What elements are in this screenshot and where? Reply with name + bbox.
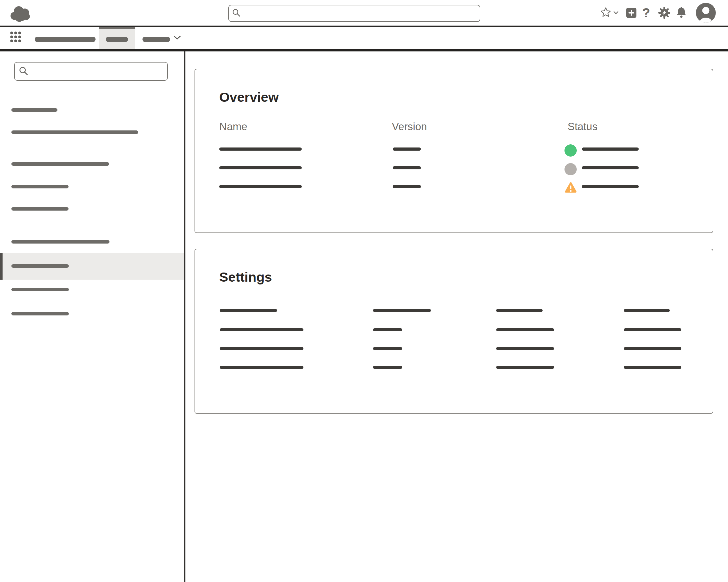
overview-card: Overview Name Version Status xyxy=(194,69,713,233)
settings-column-header-bar xyxy=(373,309,431,312)
sidebar-item-bar[interactable] xyxy=(11,312,69,315)
sidebar-item-bar[interactable] xyxy=(11,288,69,291)
app-screen: ? xyxy=(0,0,728,582)
name-value-bar xyxy=(219,147,302,150)
sidebar-item-bar[interactable] xyxy=(11,264,69,268)
version-value-bar xyxy=(393,185,421,188)
table-row xyxy=(195,143,713,158)
sidebar xyxy=(0,51,184,582)
table-row xyxy=(195,180,713,195)
help-icon[interactable]: ? xyxy=(642,5,650,21)
sidebar-active-accent xyxy=(0,253,3,280)
settings-value-bar xyxy=(373,347,402,350)
settings-value-bar xyxy=(624,366,681,369)
column-header-name: Name xyxy=(219,120,248,133)
name-value-bar xyxy=(219,185,302,188)
global-search-input[interactable] xyxy=(228,5,480,22)
avatar-icon[interactable] xyxy=(696,3,716,24)
settings-value-bar xyxy=(624,347,681,350)
status-value-bar xyxy=(582,147,639,150)
version-value-bar xyxy=(393,147,421,150)
settings-value-bar xyxy=(220,328,304,331)
status-neutral-icon xyxy=(565,163,577,176)
search-icon xyxy=(232,8,240,18)
setup-gear-icon[interactable] xyxy=(658,6,671,20)
favorites-chevron-down-icon[interactable] xyxy=(614,11,619,15)
settings-card: Settings xyxy=(194,249,713,414)
status-dot xyxy=(565,163,577,175)
add-icon[interactable] xyxy=(626,8,636,19)
status-dot xyxy=(565,144,577,157)
settings-value-bar xyxy=(496,366,554,369)
sidebar-nav-list xyxy=(0,0,184,582)
sidebar-item-bar[interactable] xyxy=(11,185,69,188)
settings-value-bar xyxy=(220,366,304,369)
settings-column-header-bar xyxy=(220,309,277,312)
status-warning-icon xyxy=(565,182,577,194)
settings-column-header-bar xyxy=(496,309,543,312)
overview-card-title: Overview xyxy=(219,89,279,105)
sidebar-section-label-bar xyxy=(11,108,57,112)
notifications-bell-icon[interactable] xyxy=(676,6,687,19)
sidebar-item-bar[interactable] xyxy=(11,207,69,211)
status-success-icon xyxy=(565,144,577,157)
settings-column-header-bar xyxy=(624,309,670,312)
status-value-bar xyxy=(582,166,639,169)
settings-card-title: Settings xyxy=(219,269,272,285)
table-row xyxy=(195,161,713,176)
settings-value-bar xyxy=(496,328,554,331)
settings-value-bar xyxy=(624,328,681,331)
column-header-status: Status xyxy=(568,120,597,133)
favorites-star-icon[interactable] xyxy=(600,7,612,19)
settings-value-bar xyxy=(373,328,402,331)
sidebar-item-bar[interactable] xyxy=(11,131,138,134)
sidebar-item-bar[interactable] xyxy=(11,162,109,166)
sidebar-section-label-bar xyxy=(11,240,109,244)
settings-value-bar xyxy=(373,366,402,369)
version-value-bar xyxy=(393,166,421,169)
settings-value-bar xyxy=(496,347,554,350)
sidebar-divider xyxy=(184,51,185,582)
column-header-version: Version xyxy=(392,120,427,133)
status-value-bar xyxy=(582,185,639,188)
name-value-bar xyxy=(219,166,302,169)
settings-value-bar xyxy=(220,347,304,350)
